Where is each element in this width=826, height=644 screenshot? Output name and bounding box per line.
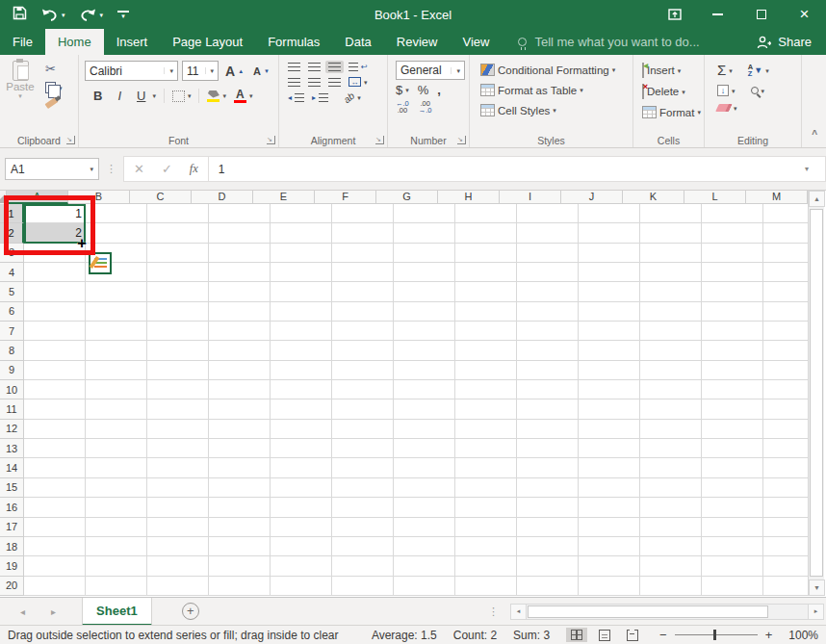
cell-F6[interactable] — [332, 302, 394, 322]
cell-D7[interactable] — [209, 322, 271, 341]
cell-H11[interactable] — [455, 399, 517, 419]
cell-J1[interactable] — [579, 204, 640, 223]
cell-C11[interactable] — [147, 399, 209, 419]
cell-E5[interactable] — [271, 282, 332, 301]
cell-A13[interactable] — [24, 439, 86, 458]
column-header-B[interactable]: B — [68, 191, 130, 204]
cell-D17[interactable] — [209, 518, 271, 537]
clear-button[interactable]: ▾ — [714, 102, 740, 114]
cell-F12[interactable] — [332, 420, 394, 439]
page-break-view-button[interactable] — [622, 628, 643, 643]
row-header-16[interactable]: 16 — [0, 498, 24, 517]
column-header-G[interactable]: G — [376, 191, 438, 204]
cell-K20[interactable] — [640, 577, 702, 596]
cell-D1[interactable] — [209, 204, 271, 223]
cell-B13[interactable] — [86, 439, 147, 458]
row-header-3[interactable]: 3 — [0, 244, 24, 263]
cell-B11[interactable] — [86, 399, 147, 419]
cell-L16[interactable] — [702, 498, 763, 517]
cell-D20[interactable] — [209, 577, 271, 596]
cell-K19[interactable] — [640, 556, 702, 576]
scroll-left-icon[interactable]: ◂ — [511, 605, 527, 619]
cell-G20[interactable] — [394, 577, 455, 596]
cell-J8[interactable] — [579, 341, 640, 360]
sort-filter-button[interactable]: AZ▼ ▾ — [745, 62, 772, 79]
cell-I11[interactable] — [517, 399, 579, 419]
save-icon[interactable] — [13, 6, 27, 23]
cell-J2[interactable] — [579, 223, 640, 243]
cell-M2[interactable] — [763, 223, 808, 243]
row-header-2[interactable]: 2 — [0, 223, 24, 243]
cell-E15[interactable] — [271, 478, 332, 498]
name-box[interactable]: A1 ▾ — [5, 158, 99, 180]
cell-H7[interactable] — [455, 322, 517, 341]
cell-I1[interactable] — [517, 204, 579, 223]
column-header-L[interactable]: L — [684, 191, 746, 204]
cell-I12[interactable] — [517, 420, 579, 439]
cell-B19[interactable] — [86, 556, 147, 576]
tab-file[interactable]: File — [0, 29, 45, 55]
page-layout-view-button[interactable] — [594, 628, 615, 643]
cell-H1[interactable] — [455, 204, 517, 223]
cell-I8[interactable] — [517, 341, 579, 360]
cell-L2[interactable] — [702, 223, 763, 243]
cell-E14[interactable] — [271, 458, 332, 477]
cell-F18[interactable] — [332, 537, 394, 556]
zoom-slider-handle[interactable] — [713, 630, 716, 640]
cell-B17[interactable] — [86, 518, 147, 537]
cell-C10[interactable] — [147, 380, 209, 399]
cell-L10[interactable] — [702, 380, 763, 399]
row-header-9[interactable]: 9 — [0, 361, 24, 380]
cell-L3[interactable] — [702, 244, 763, 263]
find-select-button[interactable]: ▾ — [748, 85, 768, 96]
cell-L20[interactable] — [702, 577, 763, 596]
cell-J10[interactable] — [579, 380, 640, 399]
cell-B9[interactable] — [86, 361, 147, 380]
cell-J3[interactable] — [579, 244, 640, 263]
cell-I15[interactable] — [517, 478, 579, 498]
cell-A20[interactable] — [24, 577, 86, 596]
column-header-A[interactable]: A — [7, 191, 68, 204]
enter-icon[interactable]: ✓ — [162, 162, 172, 176]
cell-I7[interactable] — [517, 322, 579, 341]
horizontal-scrollbar[interactable]: ◂ ▸ — [510, 604, 824, 620]
cell-J14[interactable] — [579, 458, 640, 477]
cell-M3[interactable] — [763, 244, 808, 263]
cell-F15[interactable] — [332, 478, 394, 498]
tab-view[interactable]: View — [450, 29, 502, 55]
collapse-ribbon-icon[interactable]: ^ — [812, 129, 817, 140]
row-header-11[interactable]: 11 — [0, 399, 24, 419]
comma-button[interactable]: , — [437, 83, 441, 97]
tell-me-box[interactable]: Tell me what you want to do... — [518, 29, 699, 55]
cell-F2[interactable] — [332, 223, 394, 243]
cell-E13[interactable] — [271, 439, 332, 458]
column-header-M[interactable]: M — [746, 191, 808, 204]
cell-styles-button[interactable]: Cell Styles ▾ — [478, 102, 629, 118]
next-sheet-icon[interactable]: ▸ — [51, 606, 56, 617]
cell-J20[interactable] — [579, 577, 640, 596]
fill-button[interactable]: ↓▾ — [714, 83, 738, 98]
number-dialog-launcher-icon[interactable]: ↘ — [457, 136, 466, 144]
cell-D15[interactable] — [209, 478, 271, 498]
insert-function-icon[interactable]: fx — [190, 162, 198, 176]
cell-H9[interactable] — [455, 361, 517, 380]
cell-C3[interactable] — [147, 244, 209, 263]
tab-formulas[interactable]: Formulas — [255, 29, 332, 55]
cell-M17[interactable] — [763, 518, 808, 537]
font-family-combo[interactable]: Calibri ▾ — [85, 61, 178, 81]
cell-B10[interactable] — [86, 380, 147, 399]
cell-M12[interactable] — [763, 420, 808, 439]
cell-G8[interactable] — [394, 341, 455, 360]
row-header-10[interactable]: 10 — [0, 380, 24, 399]
cell-M20[interactable] — [763, 577, 808, 596]
cell-F10[interactable] — [332, 380, 394, 399]
scroll-up-icon[interactable]: ▲ — [809, 191, 825, 207]
cell-K3[interactable] — [640, 244, 702, 263]
alignment-dialog-launcher-icon[interactable]: ↘ — [375, 136, 384, 144]
decrease-font-size-button[interactable]: A▼ — [250, 64, 272, 79]
cell-E12[interactable] — [271, 420, 332, 439]
cell-A6[interactable] — [24, 302, 86, 322]
cell-H8[interactable] — [455, 341, 517, 360]
format-cells-button[interactable]: Format ▾ — [639, 104, 700, 120]
cell-J4[interactable] — [579, 263, 640, 282]
